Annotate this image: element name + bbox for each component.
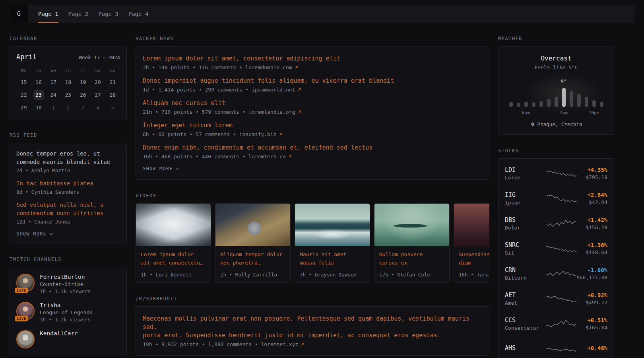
calendar-day: 27 (93, 90, 103, 100)
video-title: Suspendisse diam (459, 251, 489, 267)
feed-item-meta-text: 6h • 60 points • 57 comments • ipsumify.… (143, 131, 277, 137)
weather-feels-like: Feels like 5°C (505, 64, 607, 70)
stock-row[interactable]: CRN Bitcorn -1.00% $66,171.48 (505, 261, 607, 286)
subreddit-widget: /R/SUBREDDIT Maecenas mollis pulvinar er… (136, 296, 489, 356)
video-card[interactable]: Suspendisse diam 18h • Tara (454, 203, 489, 283)
stock-ticker: LDI (505, 166, 546, 173)
weather-time-slot (517, 110, 520, 116)
feed-item-meta-text: 1d • 1,414 points • 299 comments • ipsum… (143, 87, 295, 93)
page-tab[interactable]: Page 3 (98, 5, 118, 23)
calendar-day: 17 (48, 78, 58, 87)
hn-list: Lorem ipsum dolor sit amet, consectetur … (143, 54, 482, 160)
rss-item: Sed volutpat nulla nisl, a condimentum n… (16, 201, 120, 225)
feed-item-title[interactable]: Maecenas mollis pulvinar erat non posuer… (143, 315, 482, 340)
stock-row[interactable]: AHS +0.46% (505, 336, 607, 358)
stock-price: $66,171.48 (576, 274, 607, 280)
feed-item-title[interactable]: Integer eget rutrum lorem (143, 121, 482, 130)
video-card[interactable]: Aliquam tempor dolor nec pharetra… 1h • … (215, 203, 291, 283)
stock-values: +2.84% $42.04 (576, 192, 607, 205)
external-link-icon[interactable] (279, 132, 283, 136)
video-card[interactable]: Nullam posuere cursus ex 17h • Stefan Co… (374, 203, 450, 283)
stock-row[interactable]: CCS Consectetur +0.51% $165.84 (505, 311, 607, 336)
weather-bar (600, 79, 603, 107)
weather-time-slot (547, 110, 551, 116)
twitch-channel-row[interactable]: LIVE ForrestBurton Counter-Strike 1h • 1… (16, 274, 120, 294)
stock-change: +0.92% (576, 292, 607, 298)
weather-time-slot (539, 110, 543, 116)
video-thumbnail (374, 204, 449, 246)
stock-sparkline (546, 218, 576, 230)
page-tab[interactable]: Page 1 (38, 5, 58, 23)
video-thumbnail (215, 204, 290, 246)
twitch-channel-row[interactable]: LIVE Trisha League of Legends 3h • 1.2k … (16, 302, 120, 323)
hn-section-label: HACKER NEWS (136, 36, 489, 41)
stock-change: +2.84% (576, 192, 607, 198)
video-body: Aliquam tempor dolor nec pharetra… 1h • … (215, 246, 290, 282)
calendar-day: 22 (19, 90, 29, 100)
rss-item-title[interactable]: Sed volutpat nulla nisl, a condimentum n… (16, 201, 120, 218)
location-pin-icon (530, 122, 535, 127)
calendar-day-header: Mo (21, 67, 26, 74)
feed-item-meta: 1d • 1,414 points • 299 comments • ipsum… (143, 87, 482, 93)
video-card[interactable]: Mauris sit amet massa felis 7h • Grayson… (295, 203, 370, 283)
rss-item-title[interactable]: Donec tempor eros leo, ut commodo mauris… (16, 150, 120, 166)
twitch-channel-row[interactable]: KendallCarr (16, 330, 120, 348)
top-nav: G Page 1Page 2Page 3Page 4 (10, 5, 634, 23)
weather-bar (539, 79, 543, 107)
stock-change: +0.46% (576, 345, 607, 351)
page-tabs: Page 1Page 2Page 3Page 4 (38, 5, 148, 23)
feed-item-title[interactable]: Donec enim nibh, condimentum et accumsan… (143, 144, 482, 152)
stock-row[interactable]: AET Amet +0.92% $499.72 (505, 286, 607, 311)
stock-row[interactable]: DBS Dolor +1.42% $156.28 (505, 211, 607, 236)
weather-widget: WEATHER Overcast Feels like 5°C 9° (498, 36, 614, 135)
feed-item-title[interactable]: Aliquam nec cursus elit (143, 99, 482, 107)
calendar-day: 28 (107, 90, 118, 100)
calendar-day: 29 (19, 103, 29, 113)
external-link-icon[interactable] (297, 88, 302, 92)
rss-show-more-button[interactable]: SHOW MORE (16, 231, 120, 237)
channel-meta: 3h • 1.2k viewers (40, 317, 93, 323)
stock-name: Sit (505, 250, 546, 256)
page-tab[interactable]: Page 4 (128, 5, 149, 23)
stock-row[interactable]: SNRC Sit +1.36% $148.64 (505, 236, 607, 261)
external-link-icon[interactable] (297, 110, 302, 114)
feed-item-title[interactable]: Lorem ipsum dolor sit amet, consectetur … (143, 54, 482, 63)
stock-values: +0.92% $499.72 (576, 292, 607, 305)
weather-time-label: 2pm (560, 110, 568, 115)
calendar-grid: MoTuWeThFrSaSu15161718192021222324252627… (16, 67, 120, 113)
stock-row[interactable]: LDI Lorem +4.35% $795.18 (505, 161, 607, 186)
weather-time-slot (555, 110, 558, 116)
channel-meta: 1h • 1.7k viewers (40, 288, 91, 294)
external-link-icon[interactable] (288, 154, 292, 159)
external-link-icon[interactable] (294, 65, 299, 70)
feed-item: Integer eget rutrum lorem 6h • 60 points… (143, 121, 482, 137)
stock-row[interactable]: IIG Ipsum +2.84% $42.04 (505, 186, 607, 211)
hn-show-more-button[interactable]: SHOW MORE (143, 166, 482, 171)
weather-bar (570, 79, 573, 107)
calendar-day: 18 (63, 78, 73, 87)
channel-name: KendallCarr (40, 330, 78, 337)
feed-item-title[interactable]: Donec imperdiet augue tincidunt felis al… (143, 77, 482, 85)
external-link-icon[interactable] (300, 342, 305, 346)
weather-times: 6am2pm10pm (505, 110, 607, 116)
rss-card: Donec tempor eros leo, ut commodo mauris… (10, 143, 127, 243)
middle-column: HACKER NEWS Lorem ipsum dolor sit amet, … (136, 36, 489, 358)
channel-name: Trisha (40, 302, 93, 308)
video-card[interactable]: Lorem ipsum dolor sit amet consectetu… 1… (136, 203, 211, 283)
weather-bar-fill (570, 91, 573, 107)
stock-price: $156.28 (576, 224, 607, 230)
calendar-day: 16 (33, 78, 44, 87)
weather-bar-fill (577, 94, 581, 107)
stock-id: DBS Dolor (505, 216, 546, 231)
rss-item-title[interactable]: In hac habitasse platea (16, 179, 120, 188)
page-tab[interactable]: Page 2 (68, 5, 89, 23)
calendar-day-header: We (51, 67, 56, 74)
video-body: Nullam posuere cursus ex 17h • Stefan Co… (374, 246, 449, 282)
weather-time-slot (570, 110, 573, 116)
stock-name: Ipsum (505, 200, 546, 206)
weather-bar-fill (600, 102, 603, 107)
weather-bar (592, 79, 596, 107)
videos-row: Lorem ipsum dolor sit amet consectetu… 1… (136, 203, 489, 283)
calendar-day: 24 (48, 90, 58, 100)
app-logo[interactable]: G (10, 5, 28, 23)
